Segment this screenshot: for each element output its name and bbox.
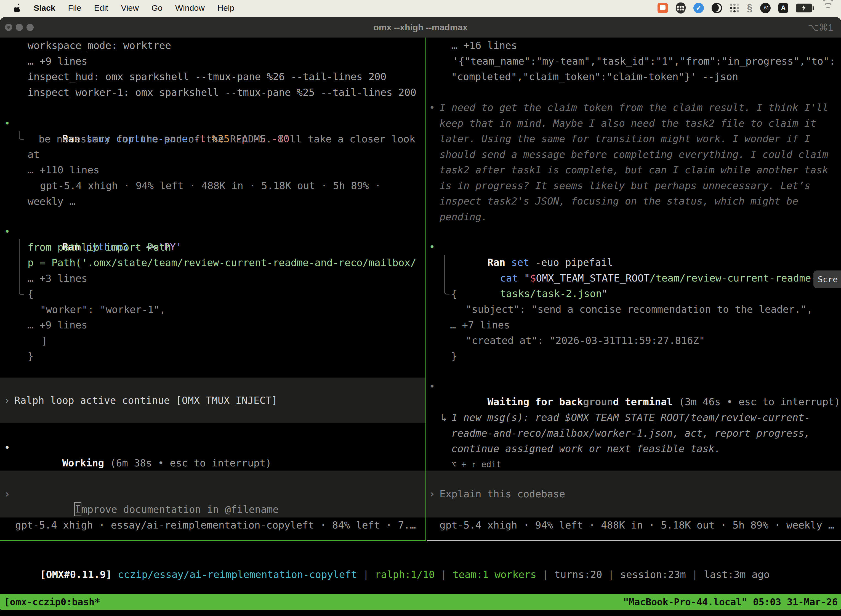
bullet-icon: • [429,239,435,255]
output-guide-line [19,131,24,140]
bullet-icon: • [4,224,10,239]
output-line: workspace_mode: worktree [28,38,171,53]
output-line: … +9 lines [28,317,88,333]
prompt-input[interactable]: › Explain this codebase [426,471,841,518]
omx-ralph: ralph:1/10 [375,569,435,580]
chat-app-icon[interactable] [658,3,668,13]
code-line: cat "$OMX_TEAM_STATE_ROOT/team/review-cu… [452,255,841,270]
window-title: omx --xhigh --madmax [0,17,841,38]
bullet-icon: • [4,440,10,455]
left-pane-border [0,540,426,541]
blue-badge-icon[interactable]: ✓ [693,3,704,13]
output-line: "completed","claim_token":"claim-token"}… [451,69,738,84]
code-line: from pathlib import Path [28,239,171,255]
output-line: … +7 lines [450,317,510,333]
command-line: Ran python3 - <<'PY' [14,224,182,239]
output-line: { [451,286,457,302]
input-placeholder: Improve documentation in @filename [14,486,279,502]
output-line: weekly … [28,194,75,209]
thinking-line: should send a message before completing … [440,147,828,162]
apple-menu-icon[interactable] [14,3,21,13]
command-line: Ran set -euo pipefail [440,239,613,255]
output-line: … +110 lines [28,162,99,178]
omx-version: [OMX#0.11.9] [40,569,112,580]
output-line: { [28,286,34,302]
crescent-app-icon[interactable] [712,3,722,13]
menu-item-go[interactable]: Go [151,3,163,13]
mailbox-line: readme-and-reco/mailbox/worker-1.json, a… [451,425,810,441]
mailbox-line: 1 new msg(s): read $OMX_TEAM_STATE_ROOT/… [451,410,810,425]
squiggle-icon[interactable]: § [747,3,752,13]
working-status: Working (6m 38s • esc to interrupt) [14,440,271,455]
code-line: tasks/task-2.json" [452,270,608,286]
chevron-icon: › [4,486,10,502]
model-status-line: gpt-5.4 xhigh · essay/ai-reimplementatio… [15,518,416,533]
output-guide-line [19,239,24,295]
menu-item-file[interactable]: File [68,3,81,13]
omx-session: session:23m [620,569,686,580]
code-line: p = Path('.omx/state/team/review-current… [28,255,416,270]
wifi-icon[interactable] [822,3,834,13]
output-line: "subject": "send a concise recommendatio… [466,302,813,317]
screen-tooltip: Scre [813,270,841,288]
output-line: … +9 lines [28,54,88,69]
bullet-icon: • [429,100,435,115]
tmux-session-name: [omx-cczip0:bash* [0,596,623,607]
waiting-status: Waiting for background terminal (3m 46s … [440,378,840,394]
bullet-icon: • [4,116,10,131]
left-pane[interactable]: workspace_mode: worktree … +9 lines insp… [0,38,425,541]
output-guide-line [444,255,450,295]
omx-turns: turns:20 [554,569,602,580]
output-line: be necessary for the end of the README. … [39,131,415,147]
text-cursor: I [74,502,81,516]
bullet-icon: • [429,378,435,394]
edit-hint: ⌥ + ↑ edit [451,457,501,472]
thinking-line: task2 after task1 is complete, but can I… [440,162,828,178]
menu-app-name[interactable]: Slack [34,3,55,13]
output-line: '{"team_name":"my-team","task_id":"1","f… [453,54,835,69]
window-shortcut-badge: ⌥⌘1 [808,17,833,38]
output-line: … +3 lines [28,271,88,286]
prompt-input[interactable]: › Improve documentation in @filename [0,471,425,518]
menu-item-window[interactable]: Window [175,3,205,13]
thinking-line: pending. [440,209,487,224]
omx-status-line: [OMX#0.11.9] cczip/essay/ai-reimplementa… [4,551,769,567]
tmux-host-clock: "MacBook-Pro-44.local" 05:03 31-Mar-26 [623,596,841,607]
output-line: inspect_worker-1: omx sparkshell --tmux-… [28,85,416,100]
omx-team: team:1 workers [453,569,536,580]
chevron-icon: › [429,486,435,502]
output-line: at [28,147,40,162]
output-line: } [451,349,457,364]
omx-last: last:3m ago [704,569,769,580]
mailbox-line: continue assigned work or next feasible … [451,441,721,456]
output-line: inspect_hud: omx sparkshell --tmux-pane … [28,69,386,84]
dots-grid-icon[interactable] [730,3,739,13]
menu-item-edit[interactable]: Edit [94,3,108,13]
output-line: } [28,349,34,364]
right-pane[interactable]: … +16 lines '{"team_name":"my-team","tas… [426,38,841,541]
model-status-line: gpt-5.4 xhigh · 94% left · 488K in · 5.1… [440,518,834,533]
output-line: ] [41,333,47,349]
input-placeholder: Explain this codebase [440,486,565,502]
output-line: "worker": "worker-1", [40,302,166,317]
ralph-loop-notice: › Ralph loop active continue [OMX_TMUX_I… [0,378,425,423]
thinking-line: is in progress? It seems likely but perh… [440,178,810,194]
battery-badge-icon[interactable]: ..61 [760,3,771,13]
command-line: Ran tmux capture-pane -t %25 -p -S -80 [14,116,289,131]
window-title-bar[interactable]: omx --xhigh --madmax ⌥⌘1 [0,17,841,38]
reply-arrow-icon: ↳ [441,410,447,425]
right-pane-border [427,540,841,541]
input-source-icon[interactable]: A [778,3,788,13]
menu-item-help[interactable]: Help [217,3,234,13]
terminal-window: omx --xhigh --madmax ⌥⌘1 workspace_mode:… [0,17,841,612]
battery-charging-icon[interactable] [796,3,814,13]
thinking-line: later. Using the same for transition mig… [440,131,810,147]
output-line: gpt-5.4 xhigh · 94% left · 488K in · 5.1… [40,178,381,194]
output-line: "created_at": "2026-03-31T11:59:27.816Z" [466,333,705,348]
menu-item-view[interactable]: View [121,3,139,13]
terminal-content: workspace_mode: worktree … +9 lines insp… [0,38,841,612]
thinking-line: I need to get the claim token from the c… [440,100,828,115]
keyboard-shield-icon[interactable] [676,3,686,13]
shimmer-text: groun [583,396,613,407]
menu-bar: Slack File Edit View Go Window Help ✓ § … [0,0,841,16]
